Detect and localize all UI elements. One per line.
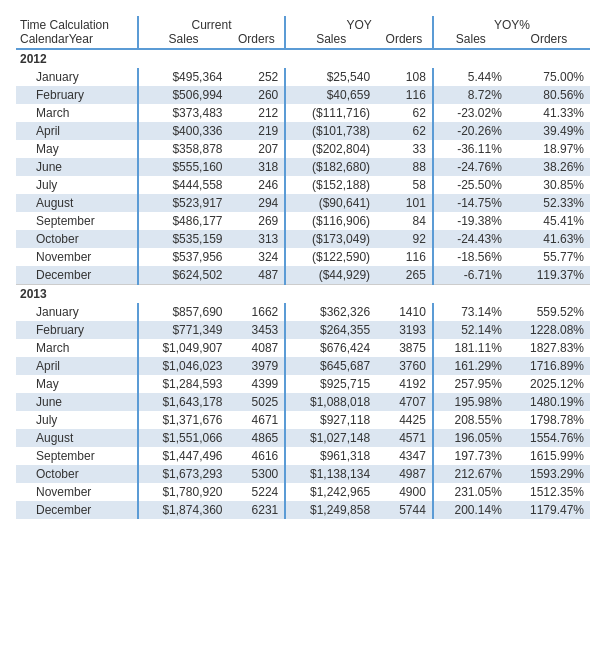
header-yoypct-orders: Orders xyxy=(508,32,590,49)
data-cell: 196.05% xyxy=(433,429,508,447)
header-top-row: Time Calculation Current YOY YOY% xyxy=(16,16,590,32)
data-cell: $771,349 xyxy=(138,321,229,339)
data-cell: $1,643,178 xyxy=(138,393,229,411)
month-cell: March xyxy=(16,339,138,357)
data-cell: 5744 xyxy=(376,501,433,519)
data-cell: $506,994 xyxy=(138,86,229,104)
data-cell: 1410 xyxy=(376,303,433,321)
data-cell: 3875 xyxy=(376,339,433,357)
table-row: July$444,558246($152,188)58-25.50%30.85% xyxy=(16,176,590,194)
header-yoy-orders: Orders xyxy=(376,32,433,49)
data-cell: 101 xyxy=(376,194,433,212)
month-cell: October xyxy=(16,230,138,248)
data-cell: $264,355 xyxy=(285,321,376,339)
data-cell: 4571 xyxy=(376,429,433,447)
data-cell: $358,878 xyxy=(138,140,229,158)
data-cell: -6.71% xyxy=(433,266,508,285)
data-cell: $1,780,920 xyxy=(138,483,229,501)
data-cell: 212.67% xyxy=(433,465,508,483)
month-cell: May xyxy=(16,375,138,393)
header-time-calc: Time Calculation xyxy=(16,16,138,32)
data-cell: 257.95% xyxy=(433,375,508,393)
data-cell: 4347 xyxy=(376,447,433,465)
data-cell: 1179.47% xyxy=(508,501,590,519)
data-cell: 265 xyxy=(376,266,433,285)
month-cell: July xyxy=(16,176,138,194)
data-cell: ($152,188) xyxy=(285,176,376,194)
data-cell: 3453 xyxy=(228,321,285,339)
data-cell: 559.52% xyxy=(508,303,590,321)
group-year-label: 2013 xyxy=(16,285,590,304)
group-year-label: 2012 xyxy=(16,49,590,68)
data-cell: -24.76% xyxy=(433,158,508,176)
data-cell: 313 xyxy=(228,230,285,248)
data-cell: 4425 xyxy=(376,411,433,429)
data-cell: $1,447,496 xyxy=(138,447,229,465)
data-cell: 116 xyxy=(376,86,433,104)
month-cell: July xyxy=(16,411,138,429)
data-cell: $1,551,066 xyxy=(138,429,229,447)
data-cell: 1554.76% xyxy=(508,429,590,447)
month-cell: June xyxy=(16,158,138,176)
data-cell: $1,088,018 xyxy=(285,393,376,411)
data-cell: $537,956 xyxy=(138,248,229,266)
table-row: July$1,371,6764671$927,1184425208.55%179… xyxy=(16,411,590,429)
table-row: December$1,874,3606231$1,249,8585744200.… xyxy=(16,501,590,519)
data-cell: 219 xyxy=(228,122,285,140)
data-cell: 487 xyxy=(228,266,285,285)
data-cell: $1,046,023 xyxy=(138,357,229,375)
month-cell: October xyxy=(16,465,138,483)
data-cell: $645,687 xyxy=(285,357,376,375)
data-cell: ($173,049) xyxy=(285,230,376,248)
month-cell: April xyxy=(16,357,138,375)
data-cell: 5300 xyxy=(228,465,285,483)
table-row: January$857,6901662$362,326141073.14%559… xyxy=(16,303,590,321)
header-sub-row: CalendarYear Sales Orders Sales Orders S… xyxy=(16,32,590,49)
data-cell: 208.55% xyxy=(433,411,508,429)
data-cell: $25,540 xyxy=(285,68,376,86)
month-cell: June xyxy=(16,393,138,411)
data-cell: 8.72% xyxy=(433,86,508,104)
data-cell: 58 xyxy=(376,176,433,194)
month-cell: December xyxy=(16,501,138,519)
data-cell: 260 xyxy=(228,86,285,104)
data-cell: $857,690 xyxy=(138,303,229,321)
data-cell: ($182,680) xyxy=(285,158,376,176)
data-cell: 294 xyxy=(228,194,285,212)
data-cell: 108 xyxy=(376,68,433,86)
data-cell: 4399 xyxy=(228,375,285,393)
table-row: April$400,336219($101,738)62-20.26%39.49… xyxy=(16,122,590,140)
data-cell: 1512.35% xyxy=(508,483,590,501)
data-cell: 324 xyxy=(228,248,285,266)
data-cell: 4987 xyxy=(376,465,433,483)
data-cell: ($202,804) xyxy=(285,140,376,158)
header-cur-sales: Sales xyxy=(138,32,229,49)
data-cell: $1,371,676 xyxy=(138,411,229,429)
data-cell: 212 xyxy=(228,104,285,122)
month-cell: November xyxy=(16,483,138,501)
table-row: May$358,878207($202,804)33-36.11%18.97% xyxy=(16,140,590,158)
data-cell: 73.14% xyxy=(433,303,508,321)
data-cell: 38.26% xyxy=(508,158,590,176)
data-cell: 1593.29% xyxy=(508,465,590,483)
data-cell: -25.50% xyxy=(433,176,508,194)
table-row: June$555,160318($182,680)88-24.76%38.26% xyxy=(16,158,590,176)
month-cell: May xyxy=(16,140,138,158)
data-cell: 52.33% xyxy=(508,194,590,212)
data-cell: 18.97% xyxy=(508,140,590,158)
data-cell: 252 xyxy=(228,68,285,86)
data-cell: 5224 xyxy=(228,483,285,501)
data-cell: 4900 xyxy=(376,483,433,501)
month-cell: November xyxy=(16,248,138,266)
data-cell: -18.56% xyxy=(433,248,508,266)
data-cell: $1,874,360 xyxy=(138,501,229,519)
data-cell: 30.85% xyxy=(508,176,590,194)
table-row: September$486,177269($116,906)84-19.38%4… xyxy=(16,212,590,230)
table-row: June$1,643,1785025$1,088,0184707195.98%1… xyxy=(16,393,590,411)
data-cell: $486,177 xyxy=(138,212,229,230)
table-row: October$535,159313($173,049)92-24.43%41.… xyxy=(16,230,590,248)
data-cell: 1662 xyxy=(228,303,285,321)
data-cell: 92 xyxy=(376,230,433,248)
month-cell: April xyxy=(16,122,138,140)
data-cell: 80.56% xyxy=(508,86,590,104)
